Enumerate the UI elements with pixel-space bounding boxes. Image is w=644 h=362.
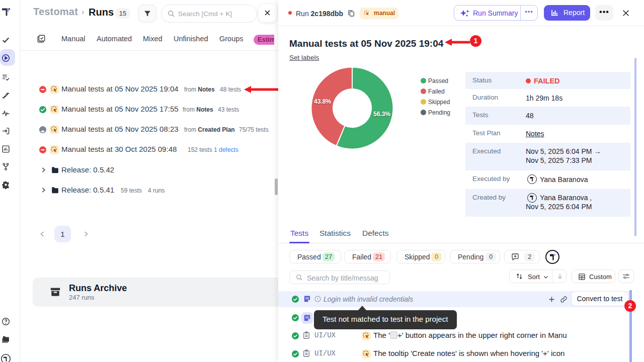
svg-text:43.8%: 43.8% bbox=[314, 98, 331, 105]
svg-text:56.3%: 56.3% bbox=[373, 111, 390, 118]
